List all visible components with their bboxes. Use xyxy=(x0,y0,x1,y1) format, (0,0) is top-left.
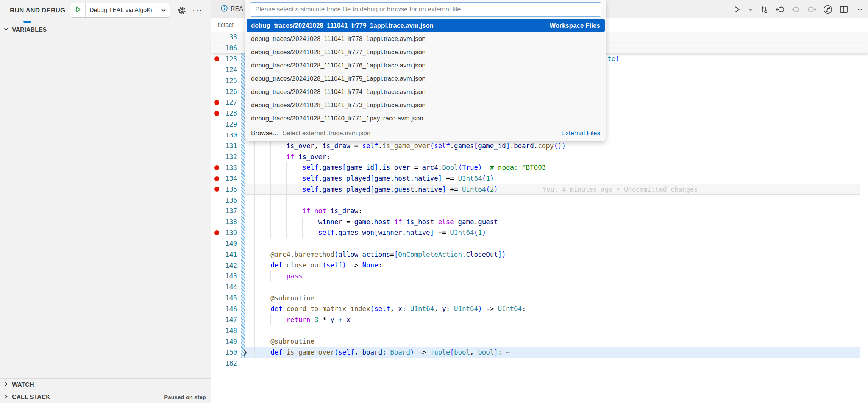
indent-guide xyxy=(254,195,255,206)
line-number[interactable]: 140 xyxy=(211,240,240,247)
line-number[interactable]: 106 xyxy=(211,44,240,52)
code-line: 149 @subroutine xyxy=(211,336,868,347)
quickpick-item[interactable]: debug_traces/20241028_111041_lr773_1appl… xyxy=(247,98,605,112)
line-number[interactable]: 126 xyxy=(211,88,240,95)
line-number[interactable]: 129 xyxy=(211,120,240,128)
paused-status-badge: Paused on step xyxy=(164,394,206,400)
trace-file-path: debug_traces/20241028_111041_lr776_1appl… xyxy=(251,62,600,69)
gear-icon[interactable] xyxy=(176,5,188,17)
run-dropdown-chevron-icon[interactable] xyxy=(748,4,754,15)
quickpick-item[interactable]: debug_traces/20241028_111041_lr774_1appl… xyxy=(247,85,605,98)
debug-config-dropdown[interactable]: Debug TEAL via AlgoKi xyxy=(70,3,170,18)
code-line: 182 xyxy=(211,358,868,369)
line-number[interactable]: 131 xyxy=(211,142,240,150)
gutter-change-marker xyxy=(241,119,245,130)
vscode-window: RUN AND DEBUG Debug TEAL via AlgoKi ··· xyxy=(0,0,868,403)
fold-chevron-icon[interactable]: ❯ xyxy=(242,348,248,356)
call-stack-section-header[interactable]: CALL STACK Paused on step xyxy=(0,391,211,403)
code-text: def close_out(self) -> None: xyxy=(254,260,382,271)
quickpick-item[interactable]: debug_traces/20241028_111041_lr778_1appl… xyxy=(247,32,605,45)
line-number[interactable]: 150 xyxy=(211,348,240,356)
trace-file-path: debug_traces/20241028_111041_lr773_1appl… xyxy=(251,102,600,109)
gutter-change-marker xyxy=(241,75,245,86)
line-number[interactable]: 136 xyxy=(211,197,240,204)
external-files-link[interactable]: External Files xyxy=(561,130,600,137)
line-number[interactable]: 137 xyxy=(211,207,240,215)
code-text: pass xyxy=(254,271,302,282)
play-icon xyxy=(74,6,82,15)
line-number[interactable]: 125 xyxy=(211,77,240,84)
browse-description: Select external .trace.avm.json xyxy=(283,130,561,137)
breadcrumb-item[interactable]: tictact xyxy=(218,22,234,28)
quickpick-item[interactable]: debug_traces/20241028_111041_lr777_1appl… xyxy=(247,45,605,59)
split-editor-icon[interactable] xyxy=(838,4,849,15)
gutter-change-marker xyxy=(241,108,245,119)
line-number[interactable]: 146 xyxy=(211,305,240,313)
breakpoint-dot[interactable] xyxy=(214,165,219,170)
code-line: 136 xyxy=(211,195,868,206)
quickpick-item[interactable]: debug_traces/20241028_111041_lr779_1appl… xyxy=(247,19,605,32)
line-number[interactable]: 144 xyxy=(211,283,240,291)
editor-scrollbar-divider xyxy=(860,0,860,383)
indent-guide xyxy=(254,282,255,293)
gutter-change-marker xyxy=(241,336,245,347)
breakpoint-dot[interactable] xyxy=(214,111,219,116)
gutter-change-marker xyxy=(241,271,245,282)
gutter-change-marker xyxy=(241,303,245,314)
run-button[interactable] xyxy=(732,4,742,15)
start-debug-button[interactable] xyxy=(70,3,86,17)
call-stack-label: CALL STACK xyxy=(12,394,50,401)
line-number[interactable]: 148 xyxy=(211,327,240,334)
code-text: te( xyxy=(607,53,620,64)
gutter-change-marker xyxy=(241,130,245,141)
more-actions-icon[interactable]: ··· xyxy=(191,4,204,16)
gutter-change-marker xyxy=(241,141,245,152)
line-number[interactable]: 124 xyxy=(211,66,240,73)
code-text: def is_game_over(self, board: Board) -> … xyxy=(254,347,510,358)
line-number[interactable]: 149 xyxy=(211,338,240,345)
trace-file-path: debug_traces/20241028_111041_lr777_1appl… xyxy=(251,48,600,56)
gutter-change-marker xyxy=(241,43,245,54)
code-line: 150❯ def is_game_over(self, board: Board… xyxy=(211,347,868,358)
quickpick-browse-row[interactable]: Browse... Select external .trace.avm.jso… xyxy=(245,126,606,141)
line-number[interactable]: 182 xyxy=(211,359,240,367)
quickpick-input[interactable] xyxy=(255,6,601,13)
trace-file-path: debug_traces/20241028_111041_lr774_1appl… xyxy=(251,88,600,96)
code-line: 139 self.games_won[winner.native] += UIn… xyxy=(211,227,868,238)
code-line: 138 winner = game.host if is_host else g… xyxy=(211,217,868,228)
step-over-icon[interactable] xyxy=(791,4,801,15)
watch-section-header[interactable]: WATCH xyxy=(0,378,211,391)
quickpick-item[interactable]: debug_traces/20241028_111040_lr771_1pay.… xyxy=(247,112,605,125)
indent-guide xyxy=(270,195,271,206)
line-number[interactable]: 143 xyxy=(211,272,240,280)
debug-config-label: Debug TEAL via AlgoKi xyxy=(86,7,160,14)
line-number[interactable]: 33 xyxy=(211,33,240,41)
quickpick-input-box[interactable] xyxy=(250,2,601,17)
code-line: 133 self.games[game_id].is_over = arc4.B… xyxy=(211,162,868,173)
code-line: 147 return 3 * y + x xyxy=(211,314,868,325)
workspace-files-badge: Workspace Files xyxy=(550,22,600,30)
debug-session-icon[interactable] xyxy=(823,4,833,15)
quickpick-item[interactable]: debug_traces/20241028_111041_lr775_1appl… xyxy=(247,72,605,85)
run-and-debug-sidebar: RUN AND DEBUG Debug TEAL via AlgoKi ··· xyxy=(0,0,211,403)
code-line: 148 xyxy=(211,325,868,336)
code-line: 142 def close_out(self) -> None: xyxy=(211,260,868,271)
line-number[interactable]: 138 xyxy=(211,218,240,226)
code-text: if is_over: xyxy=(254,152,330,162)
line-number[interactable]: 141 xyxy=(211,251,240,258)
gutter-change-marker xyxy=(241,173,245,184)
step-forward-icon[interactable] xyxy=(807,4,817,15)
code-line: 132 if is_over: xyxy=(211,152,868,162)
line-number[interactable]: 142 xyxy=(211,262,240,269)
line-number[interactable]: 132 xyxy=(211,153,240,161)
breakpoint-dot[interactable] xyxy=(214,100,219,105)
text-caret xyxy=(254,5,254,14)
rerun-trace-icon[interactable] xyxy=(759,4,770,15)
step-back-icon[interactable] xyxy=(775,4,785,15)
breakpoint-dot[interactable] xyxy=(214,176,219,181)
variables-section-header[interactable]: VARIABLES xyxy=(0,23,211,36)
quickpick-item[interactable]: debug_traces/20241028_111041_lr776_1appl… xyxy=(247,59,605,72)
line-number[interactable]: 130 xyxy=(211,131,240,139)
line-number[interactable]: 145 xyxy=(211,294,240,302)
line-number[interactable]: 147 xyxy=(211,316,240,323)
